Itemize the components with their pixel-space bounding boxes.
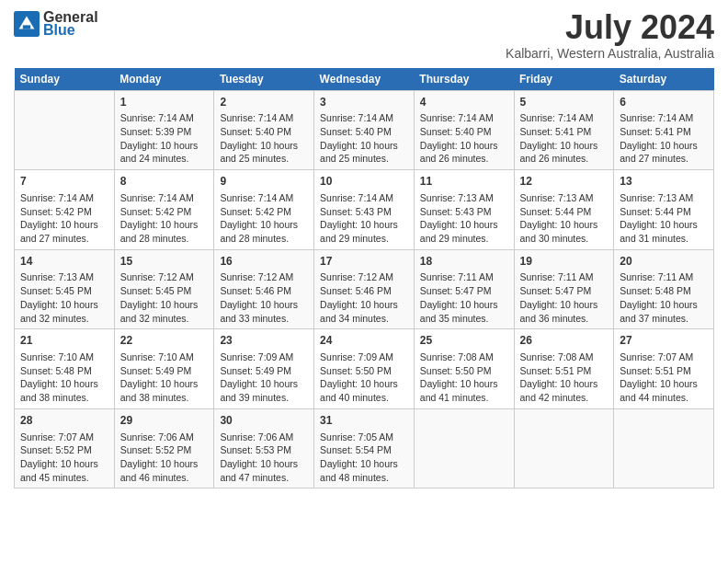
day-info: Sunrise: 7:14 AM Sunset: 5:42 PM Dayligh… xyxy=(220,191,308,246)
day-number: 16 xyxy=(220,254,308,270)
cell-week4-day4: 25Sunrise: 7:08 AM Sunset: 5:50 PM Dayli… xyxy=(414,329,514,409)
day-number: 9 xyxy=(220,174,308,190)
week-row-1: 1Sunrise: 7:14 AM Sunset: 5:39 PM Daylig… xyxy=(15,90,714,170)
day-info: Sunrise: 7:11 AM Sunset: 5:47 PM Dayligh… xyxy=(520,270,609,325)
cell-week4-day2: 23Sunrise: 7:09 AM Sunset: 5:49 PM Dayli… xyxy=(214,329,314,409)
day-info: Sunrise: 7:14 AM Sunset: 5:39 PM Dayligh… xyxy=(120,111,209,166)
day-number: 6 xyxy=(620,95,708,110)
day-number: 25 xyxy=(420,333,508,349)
day-number: 11 xyxy=(420,174,508,190)
cell-week4-day0: 21Sunrise: 7:10 AM Sunset: 5:48 PM Dayli… xyxy=(15,329,115,409)
cell-week2-day6: 13Sunrise: 7:13 AM Sunset: 5:44 PM Dayli… xyxy=(614,170,714,250)
day-info: Sunrise: 7:09 AM Sunset: 5:50 PM Dayligh… xyxy=(320,350,408,405)
day-info: Sunrise: 7:14 AM Sunset: 5:43 PM Dayligh… xyxy=(320,191,408,246)
day-number: 27 xyxy=(620,333,708,349)
day-info: Sunrise: 7:14 AM Sunset: 5:40 PM Dayligh… xyxy=(320,111,408,166)
day-info: Sunrise: 7:07 AM Sunset: 5:51 PM Dayligh… xyxy=(620,350,708,405)
page-header: General Blue July 2024 Kalbarri, Western… xyxy=(14,9,714,61)
week-row-5: 28Sunrise: 7:07 AM Sunset: 5:52 PM Dayli… xyxy=(15,408,714,488)
cell-week5-day0: 28Sunrise: 7:07 AM Sunset: 5:52 PM Dayli… xyxy=(15,408,115,488)
day-info: Sunrise: 7:13 AM Sunset: 5:44 PM Dayligh… xyxy=(520,191,609,246)
day-number: 2 xyxy=(220,95,308,110)
day-number: 15 xyxy=(120,254,209,270)
day-info: Sunrise: 7:08 AM Sunset: 5:50 PM Dayligh… xyxy=(420,350,508,405)
cell-week4-day1: 22Sunrise: 7:10 AM Sunset: 5:49 PM Dayli… xyxy=(114,329,214,409)
cell-week5-day3: 31Sunrise: 7:05 AM Sunset: 5:54 PM Dayli… xyxy=(314,408,415,488)
cell-week1-day4: 4Sunrise: 7:14 AM Sunset: 5:40 PM Daylig… xyxy=(414,90,514,170)
title-block: July 2024 Kalbarri, Western Australia, A… xyxy=(506,9,714,61)
day-number: 8 xyxy=(120,174,209,190)
day-number: 14 xyxy=(20,254,108,270)
day-number: 10 xyxy=(320,174,408,190)
day-info: Sunrise: 7:06 AM Sunset: 5:52 PM Dayligh… xyxy=(120,431,209,485)
day-number: 18 xyxy=(420,254,508,270)
day-info: Sunrise: 7:14 AM Sunset: 5:40 PM Dayligh… xyxy=(420,111,508,166)
cell-week2-day3: 10Sunrise: 7:14 AM Sunset: 5:43 PM Dayli… xyxy=(314,170,415,250)
day-info: Sunrise: 7:09 AM Sunset: 5:49 PM Dayligh… xyxy=(220,350,308,405)
day-info: Sunrise: 7:14 AM Sunset: 5:42 PM Dayligh… xyxy=(20,191,108,246)
cell-week5-day4 xyxy=(414,408,514,488)
cell-week5-day5 xyxy=(514,408,614,488)
day-number: 5 xyxy=(520,95,609,110)
cell-week1-day2: 2Sunrise: 7:14 AM Sunset: 5:40 PM Daylig… xyxy=(214,90,314,170)
day-number: 31 xyxy=(320,413,408,429)
cell-week4-day3: 24Sunrise: 7:09 AM Sunset: 5:50 PM Dayli… xyxy=(314,329,415,409)
day-number: 26 xyxy=(520,333,609,349)
day-info: Sunrise: 7:12 AM Sunset: 5:46 PM Dayligh… xyxy=(220,270,308,325)
day-number: 13 xyxy=(620,174,708,190)
cell-week4-day6: 27Sunrise: 7:07 AM Sunset: 5:51 PM Dayli… xyxy=(614,329,714,409)
day-info: Sunrise: 7:12 AM Sunset: 5:46 PM Dayligh… xyxy=(320,270,408,325)
header-day-sunday: Sunday xyxy=(15,68,115,91)
day-info: Sunrise: 7:11 AM Sunset: 5:47 PM Dayligh… xyxy=(420,270,508,325)
header-day-saturday: Saturday xyxy=(614,68,714,91)
cell-week1-day6: 6Sunrise: 7:14 AM Sunset: 5:41 PM Daylig… xyxy=(614,90,714,170)
cell-week5-day6 xyxy=(614,408,714,488)
location: Kalbarri, Western Australia, Australia xyxy=(506,46,714,61)
day-number: 20 xyxy=(620,254,708,270)
cell-week3-day0: 14Sunrise: 7:13 AM Sunset: 5:45 PM Dayli… xyxy=(15,249,115,329)
cell-week3-day3: 17Sunrise: 7:12 AM Sunset: 5:46 PM Dayli… xyxy=(314,249,415,329)
day-info: Sunrise: 7:05 AM Sunset: 5:54 PM Dayligh… xyxy=(320,431,408,485)
header-day-friday: Friday xyxy=(514,68,614,91)
month-year: July 2024 xyxy=(506,9,714,46)
day-number: 7 xyxy=(20,174,108,190)
cell-week2-day2: 9Sunrise: 7:14 AM Sunset: 5:42 PM Daylig… xyxy=(214,170,314,250)
logo: General Blue xyxy=(14,9,98,39)
day-number: 21 xyxy=(20,333,108,349)
day-info: Sunrise: 7:10 AM Sunset: 5:48 PM Dayligh… xyxy=(20,350,108,405)
day-number: 30 xyxy=(220,413,308,429)
week-row-2: 7Sunrise: 7:14 AM Sunset: 5:42 PM Daylig… xyxy=(15,170,714,250)
cell-week3-day4: 18Sunrise: 7:11 AM Sunset: 5:47 PM Dayli… xyxy=(414,249,514,329)
cell-week3-day1: 15Sunrise: 7:12 AM Sunset: 5:45 PM Dayli… xyxy=(114,249,214,329)
cell-week2-day1: 8Sunrise: 7:14 AM Sunset: 5:42 PM Daylig… xyxy=(114,170,214,250)
cell-week5-day1: 29Sunrise: 7:06 AM Sunset: 5:52 PM Dayli… xyxy=(114,408,214,488)
header-day-thursday: Thursday xyxy=(414,68,514,91)
day-number: 28 xyxy=(20,413,108,429)
cell-week2-day0: 7Sunrise: 7:14 AM Sunset: 5:42 PM Daylig… xyxy=(15,170,115,250)
day-info: Sunrise: 7:14 AM Sunset: 5:40 PM Dayligh… xyxy=(220,111,308,166)
cell-week3-day2: 16Sunrise: 7:12 AM Sunset: 5:46 PM Dayli… xyxy=(214,249,314,329)
day-number: 12 xyxy=(520,174,609,190)
day-info: Sunrise: 7:13 AM Sunset: 5:44 PM Dayligh… xyxy=(620,191,708,246)
cell-week1-day0 xyxy=(15,90,115,170)
header-day-tuesday: Tuesday xyxy=(214,68,314,91)
day-number: 23 xyxy=(220,333,308,349)
logo-icon xyxy=(14,11,40,37)
day-info: Sunrise: 7:13 AM Sunset: 5:45 PM Dayligh… xyxy=(20,270,108,325)
header-day-monday: Monday xyxy=(114,68,214,91)
week-row-3: 14Sunrise: 7:13 AM Sunset: 5:45 PM Dayli… xyxy=(15,249,714,329)
header-day-wednesday: Wednesday xyxy=(314,68,415,91)
day-info: Sunrise: 7:14 AM Sunset: 5:41 PM Dayligh… xyxy=(620,111,708,166)
day-number: 22 xyxy=(120,333,209,349)
svg-rect-2 xyxy=(23,25,30,29)
day-info: Sunrise: 7:14 AM Sunset: 5:41 PM Dayligh… xyxy=(520,111,609,166)
calendar-table: SundayMondayTuesdayWednesdayThursdayFrid… xyxy=(14,68,714,489)
day-number: 3 xyxy=(320,95,408,110)
days-header-row: SundayMondayTuesdayWednesdayThursdayFrid… xyxy=(15,68,714,91)
cell-week1-day1: 1Sunrise: 7:14 AM Sunset: 5:39 PM Daylig… xyxy=(114,90,214,170)
cell-week2-day4: 11Sunrise: 7:13 AM Sunset: 5:43 PM Dayli… xyxy=(414,170,514,250)
day-info: Sunrise: 7:08 AM Sunset: 5:51 PM Dayligh… xyxy=(520,350,609,405)
day-info: Sunrise: 7:07 AM Sunset: 5:52 PM Dayligh… xyxy=(20,431,108,485)
day-info: Sunrise: 7:10 AM Sunset: 5:49 PM Dayligh… xyxy=(120,350,209,405)
day-number: 19 xyxy=(520,254,609,270)
